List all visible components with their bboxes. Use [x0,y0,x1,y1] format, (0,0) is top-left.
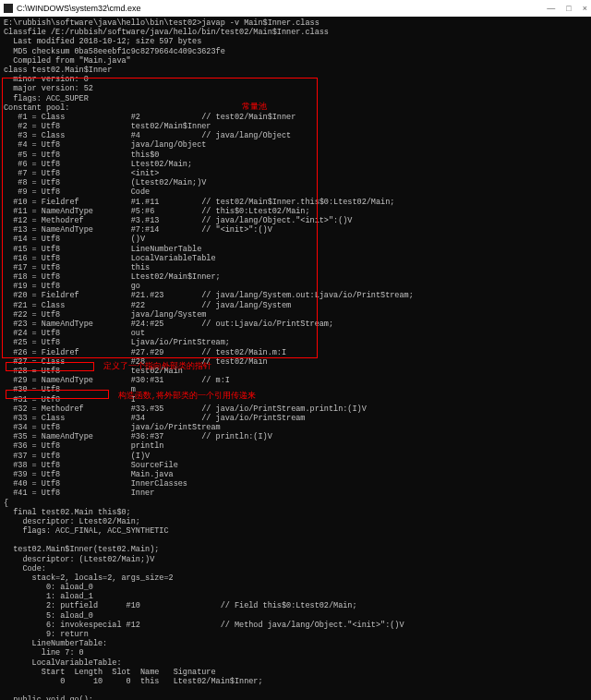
cmd-icon [4,4,13,13]
terminal-line: 2: putfield #10 // Field this$0:Ltest02/… [4,601,587,610]
terminal-line: #22 = Utf8 java/lang/System [4,310,587,320]
terminal-line: #8 = Utf8 (Ltest02/Main;)V [4,178,587,187]
terminal-line: #4 = Utf8 java/lang/Object [4,140,587,150]
maximize-button[interactable]: □ [566,4,571,14]
terminal-line: #12 = Methodref #3.#13 // java/lang/Obje… [4,216,587,225]
terminal-line: #41 = Utf8 Inner [4,489,587,498]
terminal-line: 9: return [4,630,587,639]
terminal-line: #38 = Utf8 SourceFile [4,461,587,470]
terminal-line: public void go(); [4,695,587,700]
terminal-line: 6: invokespecial #12 // Method java/lang… [4,621,587,630]
terminal-line: #14 = Utf8 ()V [4,235,587,244]
terminal-line: #6 = Utf8 Ltest02/Main; [4,160,587,169]
terminal-line: { [4,499,587,508]
terminal-line: #29 = NameAndType #30:#31 // m:I [4,376,587,385]
terminal-line: 1: aload_1 [4,592,587,601]
terminal-line: MD5 checksum 0ba58eeebf1c9c8279664c409c3… [4,47,587,56]
terminal-line: #3 = Class #4 // java/lang/Object [4,131,587,140]
terminal-line: #11 = NameAndType #5:#6 // this$0:Ltest0… [4,207,587,216]
terminal-line: class test02.Main$Inner [4,66,587,75]
terminal-line: major version: 52 [4,84,587,93]
terminal-line: #37 = Utf8 (I)V [4,452,587,461]
terminal-line: 0: aload_0 [4,583,587,592]
terminal-line: #23 = NameAndType #24:#25 // out:Ljava/i… [4,320,587,329]
terminal-line: minor version: 0 [4,75,587,84]
terminal-line: #34 = Utf8 java/io/PrintStream [4,423,587,432]
terminal-line: 5: aload_0 [4,611,587,621]
window-title: C:\WINDOWS\system32\cmd.exe [17,4,547,14]
terminal-line: #13 = NameAndType #7:#14 // "<init>":()V [4,225,587,235]
terminal-line: #16 = Utf8 LocalVariableTable [4,254,587,263]
terminal-line: #24 = Utf8 out [4,329,587,338]
terminal-line: #30 = Utf8 m [4,385,587,394]
terminal-line: #2 = Utf8 test02/Main$Inner [4,122,587,131]
minimize-button[interactable]: — [547,4,555,14]
terminal-line: Last modified 2018-10-12; size 597 bytes [4,37,587,46]
terminal-line: #26 = Fieldref #27.#29 // test02/Main.m:… [4,348,587,357]
terminal-line: #21 = Class #22 // java/lang/System [4,301,587,310]
terminal-line: flags: ACC_FINAL, ACC_SYNTHETIC [4,526,587,536]
terminal-line: #28 = Utf8 test02/Main [4,367,587,376]
terminal-line: #33 = Class #34 // java/io/PrintStream [4,414,587,423]
terminal-line: E:\rubbish\software\java\hello\bin\test0… [4,18,587,28]
terminal-line: final test02.Main this$0; [4,508,587,517]
terminal-line: descriptor: (Ltest02/Main;)V [4,555,587,564]
terminal-line: #40 = Utf8 InnerClasses [4,479,587,489]
terminal-line: descriptor: Ltest02/Main; [4,517,587,526]
terminal-line: LineNumberTable: [4,639,587,648]
terminal-line [4,536,587,545]
terminal-line: Code: [4,564,587,573]
terminal-line: #15 = Utf8 LineNumberTable [4,245,587,254]
annotation-label-field: 定义了一个指向外部类的指针 [103,362,211,371]
terminal-line: #27 = Class #28 // test02/Main [4,357,587,367]
terminal-line: #1 = Class #2 // test02/Main$Inner [4,113,587,122]
annotation-label-constructor: 构造函数,将外部类的一个引用传递来 [118,392,256,401]
terminal-line: line 7: 0 [4,648,587,658]
terminal-line: #36 = Utf8 println [4,441,587,451]
terminal-line: #9 = Utf8 Code [4,187,587,197]
terminal-line: #7 = Utf8 <init> [4,169,587,178]
terminal-line: Compiled from "Main.java" [4,56,587,66]
terminal-line: #35 = NameAndType #36:#37 // println:(I)… [4,432,587,441]
terminal-line [4,686,587,695]
terminal-line: LocalVariableTable: [4,658,587,668]
terminal-line: #25 = Utf8 Ljava/io/PrintStream; [4,338,587,347]
terminal-line: test02.Main$Inner(test02.Main); [4,545,587,554]
terminal-line: 0 10 0 this Ltest02/Main$Inner; [4,677,587,686]
terminal-line: #18 = Utf8 Ltest02/Main$Inner; [4,272,587,282]
terminal-line: Constant pool: [4,103,587,113]
close-button[interactable]: × [583,4,587,14]
terminal-line: #31 = Utf8 I [4,395,587,404]
terminal-line: #20 = Fieldref #21.#23 // java/lang/Syst… [4,291,587,300]
titlebar: C:\WINDOWS\system32\cmd.exe — □ × [0,0,591,17]
terminal-line: #39 = Utf8 Main.java [4,470,587,479]
terminal-line: Classfile /E:/rubbish/software/java/hell… [4,28,587,37]
terminal-output[interactable]: E:\rubbish\software\java\hello\bin\test0… [0,17,591,700]
terminal-line: #19 = Utf8 go [4,282,587,291]
terminal-line: Start Length Slot Name Signature [4,668,587,677]
terminal-line: #32 = Methodref #33.#35 // java/io/Print… [4,404,587,414]
terminal-line: stack=2, locals=2, args_size=2 [4,573,587,583]
annotation-label-constant-pool: 常量池 [242,103,267,112]
terminal-line: #5 = Utf8 this$0 [4,151,587,160]
terminal-line: #10 = Fieldref #1.#11 // test02/Main$Inn… [4,198,587,207]
terminal-line: #17 = Utf8 this [4,263,587,272]
terminal-line: flags: ACC_SUPER [4,94,587,103]
